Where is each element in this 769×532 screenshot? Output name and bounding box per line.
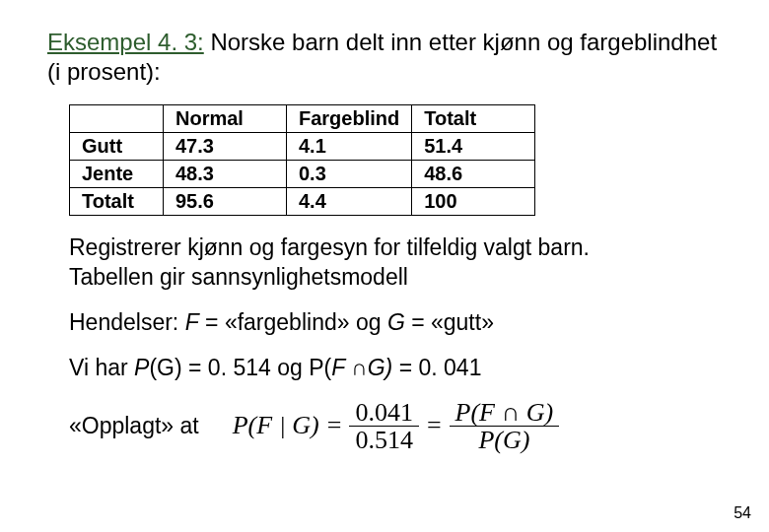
formula-lhs: P(F | G) — [229, 411, 323, 440]
col-normal: Normal — [164, 105, 287, 133]
cell: 0.3 — [287, 161, 412, 188]
formula: P(F | G) = 0.041 0.514 = P(F ∩ G) P(G) — [229, 399, 564, 454]
row-gutt: Gutt — [70, 133, 164, 161]
p1-line1: Registrerer kjønn og fargesyn for tilfel… — [69, 234, 590, 260]
opplagt-label: «Opplagt» at — [69, 413, 199, 439]
vihar-P: P — [134, 355, 149, 380]
cell: 4.4 — [287, 188, 412, 216]
page-number: 54 — [734, 504, 751, 522]
col-totalt: Totalt — [412, 105, 535, 133]
cell: 48.6 — [412, 161, 535, 188]
vihar-mid: og — [271, 355, 309, 380]
row-jente: Jente — [70, 161, 164, 188]
den2: P(G) — [472, 427, 535, 453]
slide-title: Eksempel 4. 3: Norske barn delt inn ette… — [47, 28, 722, 87]
frac-symbolic: P(F ∩ G) P(G) — [450, 399, 560, 454]
formula-row: «Opplagt» at P(F | G) = 0.041 0.514 = P(… — [69, 399, 722, 454]
vihar-G: G) — [368, 355, 393, 380]
vihar-PGarg: (G) — [149, 355, 181, 380]
vihar-lead: Vi har — [69, 355, 134, 380]
table-row: Jente 48.3 0.3 48.6 — [70, 161, 535, 188]
vihar-eqpfng: = 0. 041 — [392, 355, 481, 380]
data-table: Normal Fargeblind Totalt Gutt 47.3 4.1 5… — [69, 104, 722, 216]
paragraph-1: Registrerer kjønn og fargesyn for tilfel… — [69, 233, 722, 293]
formula-eq1: = — [323, 411, 346, 440]
vihar-PFnG-l: P( — [309, 355, 331, 380]
hendelser-eq2: = «gutt» — [405, 309, 494, 335]
hendelser-eq1: = «fargeblind» og — [199, 309, 387, 335]
vihar-F: F — [331, 355, 351, 380]
cell: 51.4 — [412, 133, 535, 161]
vihar-eqpg: = 0. 514 — [182, 355, 271, 380]
var-F: F — [185, 309, 199, 335]
row-totalt: Totalt — [70, 188, 164, 216]
p1-line2: Tabellen gir sannsynlighetsmodell — [69, 264, 408, 290]
vihar-line: Vi har P(G) = 0. 514 og P(F ∩G) = 0. 041 — [69, 354, 722, 383]
var-G: G — [387, 309, 405, 335]
col-empty — [70, 105, 164, 133]
hendelser-lead: Hendelser: — [69, 309, 185, 335]
num1: 0.041 — [349, 399, 419, 426]
cell: 47.3 — [164, 133, 287, 161]
example-label: Eksempel 4. 3: — [47, 29, 204, 55]
num2: P(F ∩ G) — [450, 399, 560, 426]
cell: 4.1 — [287, 133, 412, 161]
table-row: Totalt 95.6 4.4 100 — [70, 188, 535, 216]
cell: 95.6 — [164, 188, 287, 216]
cell: 48.3 — [164, 161, 287, 188]
vihar-cap: ∩ — [351, 355, 368, 380]
frac-numeric: 0.041 0.514 — [349, 399, 419, 454]
cell: 100 — [412, 188, 535, 216]
den1: 0.514 — [349, 427, 419, 453]
col-fargeblind: Fargeblind — [287, 105, 412, 133]
table-row: Gutt 47.3 4.1 51.4 — [70, 133, 535, 161]
formula-eq2: = — [423, 411, 446, 440]
hendelser-line: Hendelser: F = «fargeblind» og G = «gutt… — [69, 308, 722, 338]
